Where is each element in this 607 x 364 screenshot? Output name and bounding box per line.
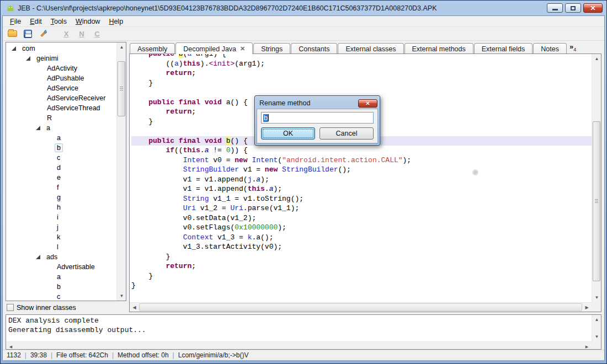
code-line[interactable]: Context v1_3 = k.a(); bbox=[131, 233, 592, 243]
scroll-left-icon[interactable]: ◀ bbox=[130, 303, 139, 312]
tab-decompiled-java[interactable]: Decompiled Java✕ bbox=[175, 42, 253, 54]
code-line[interactable]: Intent v0 = new Intent("android.intent.a… bbox=[131, 156, 592, 165]
scroll-right-icon[interactable]: ▶ bbox=[583, 342, 591, 350]
code-line[interactable]: v1_3.startActivity(v0); bbox=[131, 242, 592, 252]
code-scroll-thumb[interactable] bbox=[593, 121, 600, 281]
tree-item-g[interactable]: g bbox=[6, 192, 116, 202]
tree-item-a[interactable]: a bbox=[6, 133, 116, 143]
code-line[interactable]: v1 = v1.append(j.a); bbox=[131, 175, 592, 185]
code-line[interactable]: v0.setFlags(0x10000000); bbox=[131, 223, 592, 233]
tab-strings[interactable]: Strings bbox=[253, 43, 290, 53]
scroll-left-icon[interactable]: ◀ bbox=[7, 342, 15, 350]
scroll-down-icon[interactable]: ▼ bbox=[118, 292, 126, 300]
tree-item-b[interactable]: b bbox=[6, 282, 116, 292]
tab-close-icon[interactable]: ✕ bbox=[240, 45, 245, 52]
dialog-close-icon[interactable]: ✕ bbox=[358, 99, 377, 108]
code-line[interactable]: String v1_1 = v1.toString(); bbox=[131, 194, 592, 204]
show-inner-classes-checkbox[interactable] bbox=[7, 304, 14, 311]
code-line[interactable]: v1 = v1.append(this.a); bbox=[131, 184, 592, 194]
tree-item-f[interactable]: f bbox=[6, 183, 116, 192]
menu-window[interactable]: Window bbox=[71, 17, 104, 26]
status-bar: 1132|39:38|File offset: 642Ch|Method off… bbox=[3, 350, 604, 360]
code-line[interactable]: } bbox=[131, 281, 592, 291]
code-line[interactable]: return; bbox=[131, 68, 592, 78]
tree-item-adservice[interactable]: AdService bbox=[6, 83, 116, 93]
rename-input[interactable]: b bbox=[261, 112, 374, 124]
menu-tools[interactable]: Tools bbox=[46, 17, 71, 26]
tree-expander-icon[interactable] bbox=[26, 56, 30, 61]
tree-item-ads[interactable]: ads bbox=[6, 252, 116, 262]
open-file-icon[interactable] bbox=[6, 28, 18, 39]
code-editor[interactable]: public b(a arg1) { ((a)this).<init>(arg1… bbox=[130, 54, 592, 302]
code-line[interactable]: StringBuilder v1 = new StringBuilder(); bbox=[131, 165, 592, 175]
tab-constants[interactable]: Constants bbox=[291, 43, 337, 53]
tree-item-label: l bbox=[55, 243, 61, 251]
tree-vertical-scrollbar[interactable]: ▲ ▼ bbox=[116, 42, 126, 301]
tab-external-classes[interactable]: External classes bbox=[338, 43, 403, 53]
tree-item-l[interactable]: l bbox=[6, 242, 116, 252]
restore-button[interactable] bbox=[565, 3, 581, 13]
code-line[interactable]: ((a)this).<init>(arg1); bbox=[131, 59, 592, 69]
android-app-icon bbox=[6, 4, 15, 13]
tree-item-c[interactable]: c bbox=[6, 292, 116, 301]
tree-item-adservicethread[interactable]: AdServiceThread bbox=[6, 103, 116, 113]
tree-item-com[interactable]: com bbox=[6, 44, 116, 53]
tab-overflow-chevron[interactable]: »4 bbox=[567, 42, 578, 53]
tree-item-a[interactable]: a bbox=[6, 272, 116, 282]
tree-item-d[interactable]: d bbox=[6, 163, 116, 173]
tree-item-a[interactable]: a bbox=[6, 123, 116, 133]
code-line[interactable]: return; bbox=[131, 261, 592, 271]
menu-edit[interactable]: Edit bbox=[25, 17, 46, 26]
tree-item-h[interactable]: h bbox=[6, 202, 116, 212]
tree-item-i[interactable]: i bbox=[6, 212, 116, 222]
scroll-right-icon[interactable]: ▶ bbox=[583, 303, 591, 312]
close-button[interactable]: ✕ bbox=[583, 3, 603, 13]
tree-expander-icon[interactable] bbox=[36, 126, 40, 130]
tree-item-c[interactable]: c bbox=[6, 153, 116, 163]
code-horizontal-scrollbar[interactable]: ◀ ▶ bbox=[130, 302, 592, 312]
code-line[interactable]: v0.setData(v1_2); bbox=[131, 213, 592, 223]
tree-item-geinimi[interactable]: geinimi bbox=[6, 53, 116, 63]
code-line[interactable]: public b(a arg1) { bbox=[131, 54, 592, 59]
tab-notes[interactable]: Notes bbox=[533, 43, 567, 53]
cancel-button[interactable]: Cancel bbox=[320, 127, 374, 140]
tab-assembly[interactable]: Assembly bbox=[130, 43, 175, 53]
options-wrench-icon[interactable] bbox=[37, 28, 49, 39]
tree-item-j[interactable]: j bbox=[6, 222, 116, 232]
tree-scroll-thumb[interactable] bbox=[118, 61, 125, 116]
tree-expander-icon[interactable] bbox=[12, 46, 16, 51]
tree-item-r[interactable]: R bbox=[6, 113, 116, 123]
tree-item-adpushable[interactable]: AdPushable bbox=[6, 73, 116, 83]
scroll-up-icon[interactable]: ▲ bbox=[593, 315, 601, 324]
code-line[interactable]: Uri v1_2 = Uri.parse(v1_1); bbox=[131, 204, 592, 213]
tree-item-b[interactable]: b bbox=[6, 143, 116, 153]
tree-item-k[interactable]: k bbox=[6, 232, 116, 242]
menu-help[interactable]: Help bbox=[104, 17, 127, 26]
tree-item-advertisable[interactable]: Advertisable bbox=[6, 262, 116, 272]
tab-external-fields[interactable]: External fields bbox=[474, 43, 533, 53]
menu-file[interactable]: File bbox=[6, 17, 25, 26]
tree-item-adactivity[interactable]: AdActivity bbox=[6, 63, 116, 73]
ok-button[interactable]: OK bbox=[261, 127, 315, 140]
code-line[interactable]: } bbox=[131, 252, 592, 262]
console-horizontal-scrollbar[interactable]: ◀ ▶ bbox=[6, 341, 592, 349]
scroll-down-icon[interactable]: ▼ bbox=[593, 333, 601, 341]
code-line[interactable]: } bbox=[131, 271, 592, 281]
tree-item-e[interactable]: e bbox=[6, 173, 116, 183]
console-vertical-scrollbar[interactable]: ▲ ▼ bbox=[592, 315, 601, 341]
scroll-up-icon[interactable]: ▲ bbox=[118, 43, 126, 51]
code-line[interactable]: } bbox=[131, 78, 592, 88]
minimize-button[interactable] bbox=[547, 3, 563, 13]
tree-expander-icon[interactable] bbox=[36, 255, 40, 259]
scroll-up-icon[interactable]: ▲ bbox=[593, 55, 601, 63]
tree-item-adservicereceiver[interactable]: AdServiceReceiver bbox=[6, 93, 116, 103]
code-vertical-scrollbar[interactable]: ▲ ▼ bbox=[592, 54, 601, 302]
code-line[interactable]: if((this.a != 0)) { bbox=[131, 146, 592, 156]
code-hscroll-thumb[interactable] bbox=[139, 303, 582, 311]
save-icon[interactable] bbox=[22, 28, 34, 39]
tab-external-methods[interactable]: External methods bbox=[404, 43, 473, 53]
scroll-down-icon[interactable]: ▼ bbox=[593, 293, 601, 302]
tab-label: Assembly bbox=[137, 45, 167, 53]
x-tool-icon: X bbox=[60, 28, 72, 39]
tree-item-label: f bbox=[55, 183, 61, 192]
